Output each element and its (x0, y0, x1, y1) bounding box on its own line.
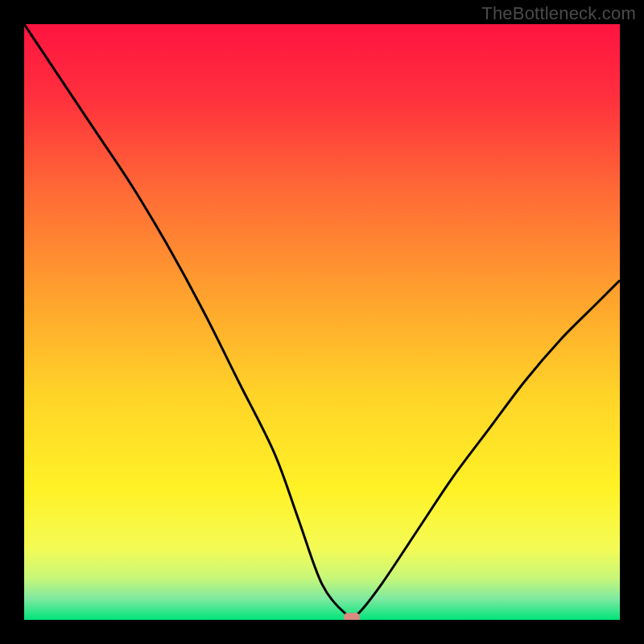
gradient-background (24, 24, 620, 620)
chart-frame: TheBottleneck.com (0, 0, 644, 644)
optimal-marker (344, 613, 360, 620)
plot-area (24, 24, 620, 620)
bottleneck-chart (24, 24, 620, 620)
watermark-text: TheBottleneck.com (481, 3, 636, 24)
